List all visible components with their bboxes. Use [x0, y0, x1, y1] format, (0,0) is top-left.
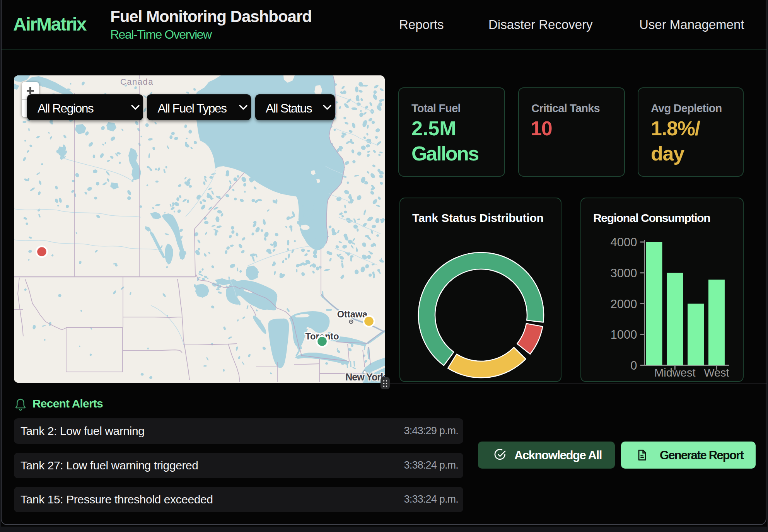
- svg-text:Canada: Canada: [120, 77, 154, 87]
- svg-text:Ottawa: Ottawa: [337, 309, 368, 319]
- svg-text:4000: 4000: [611, 235, 637, 249]
- svg-text:0: 0: [630, 359, 637, 372]
- svg-text:1000: 1000: [611, 328, 637, 341]
- svg-text:Midwest: Midwest: [654, 367, 695, 379]
- svg-text:New York: New York: [345, 372, 385, 382]
- svg-text:2000: 2000: [611, 297, 637, 311]
- svg-text:3000: 3000: [611, 266, 637, 280]
- svg-text:West: West: [704, 367, 729, 379]
